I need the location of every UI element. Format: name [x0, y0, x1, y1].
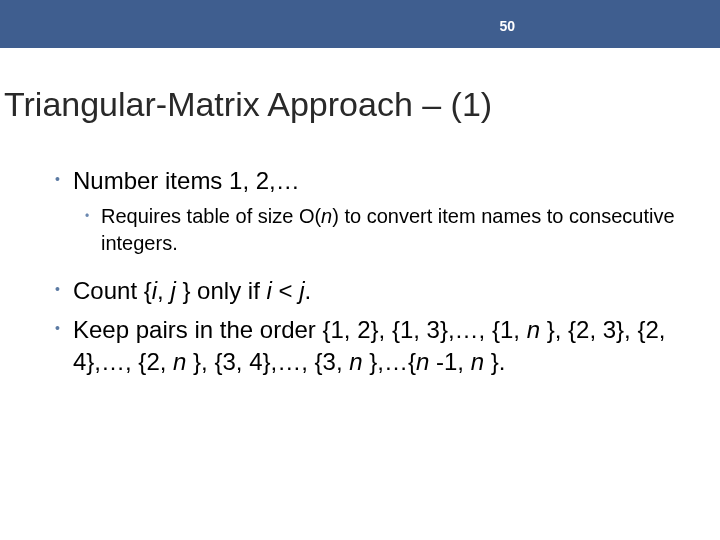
bullet-3: Keep pairs in the order {1, 2}, {1, 3},…… [55, 314, 680, 379]
bullet-1-sub-1: Requires table of size O(n) to convert i… [55, 203, 680, 257]
slide-title: Triangular-Matrix Approach – (1) [4, 85, 492, 124]
page-number: 50 [499, 18, 515, 34]
bullet-1: Number items 1, 2,… [55, 165, 680, 197]
slide: 50 Triangular-Matrix Approach – (1) Numb… [0, 0, 720, 540]
bullet-2: Count {i, j } only if i < j. [55, 275, 680, 307]
header-band [0, 0, 720, 48]
slide-body: Number items 1, 2,… Requires table of si… [55, 165, 680, 385]
